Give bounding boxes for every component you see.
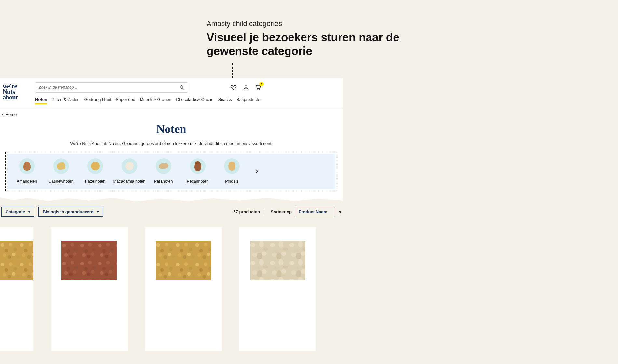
separator <box>265 209 265 214</box>
site-logo[interactable]: we're Nuts about <box>3 84 22 100</box>
sort-label: Sorteer op <box>271 209 292 214</box>
svg-point-4 <box>259 89 260 90</box>
sort-select-input[interactable]: Product Naam <box>299 209 332 214</box>
filter-organic-label: Biologisch geproduceerd <box>43 209 94 214</box>
product-count: 57 producten <box>233 209 260 214</box>
nav-item-bakproducten[interactable]: Bakproducten <box>236 97 262 104</box>
product-card[interactable] <box>51 228 128 351</box>
product-grid <box>0 228 316 351</box>
breadcrumb[interactable]: ‹ Home <box>0 108 343 121</box>
feature-eyebrow: Amasty child categories <box>207 20 434 28</box>
category-strip-highlight: Amandelen Cashewnoten Hazelnoten Macadam… <box>5 152 337 191</box>
search-row: 1 <box>35 82 337 93</box>
nav-item-noten[interactable]: Noten <box>35 97 47 104</box>
nav-item-muesli[interactable]: Muesli & Granen <box>140 97 171 104</box>
main-nav: Noten Pitten & Zaden Gedroogd fruit Supe… <box>35 97 337 108</box>
category-label: Paranoten <box>146 179 181 184</box>
chevron-down-icon: ▾ <box>97 210 99 214</box>
category-label: Pecannoten <box>181 179 215 184</box>
svg-point-3 <box>257 89 258 90</box>
nav-item-superfood[interactable]: Superfood <box>116 97 135 104</box>
svg-point-2 <box>245 85 247 87</box>
nav-item-gedroogd[interactable]: Gedroogd fruit <box>84 97 111 104</box>
app-header: we're Nuts about <box>0 78 343 108</box>
category-amandelen[interactable]: Amandelen <box>10 158 44 184</box>
header-main: 1 Noten Pitten & Zaden Gedroogd fruit Su… <box>35 82 337 108</box>
product-card[interactable] <box>239 228 316 351</box>
sort-direction-toggle[interactable]: ▾ <box>339 209 341 214</box>
chevron-right-icon: › <box>256 167 258 175</box>
feature-headline: Visueel je bezoekers sturen naar de gewe… <box>207 31 434 58</box>
page-subtitle: We're Nuts About it. Noten. Gebrand, ger… <box>0 141 343 146</box>
product-image <box>61 241 117 280</box>
category-macadamia[interactable]: Macadamia noten <box>112 158 146 184</box>
wishlist-icon[interactable] <box>230 84 237 91</box>
feature-heading: Amasty child categories Visueel je bezoe… <box>207 20 434 58</box>
breadcrumb-home[interactable]: Home <box>6 112 17 117</box>
search-box[interactable] <box>35 82 188 93</box>
category-next-button[interactable]: › <box>249 167 265 175</box>
svg-point-0 <box>180 86 183 89</box>
category-label: Pinda's <box>215 179 249 184</box>
category-pindas[interactable]: Pinda's <box>215 158 249 184</box>
category-icon <box>19 158 35 174</box>
cart-badge: 1 <box>259 82 264 86</box>
chevron-down-icon: ▾ <box>28 210 30 214</box>
category-cashewnoten[interactable]: Cashewnoten <box>44 158 78 184</box>
category-paranoten[interactable]: Paranoten <box>146 158 181 184</box>
category-pecannoten[interactable]: Pecannoten <box>181 158 215 184</box>
search-input[interactable] <box>39 85 179 90</box>
category-label: Hazelnoten <box>78 179 112 184</box>
nav-item-snacks[interactable]: Snacks <box>218 97 232 104</box>
category-icon <box>190 158 206 174</box>
filter-category-label: Categorie <box>6 209 25 214</box>
account-icon[interactable] <box>243 84 249 91</box>
product-image <box>0 241 33 280</box>
logo-line-3: about <box>3 95 22 100</box>
category-hazelnoten[interactable]: Hazelnoten <box>78 158 112 184</box>
product-image <box>156 241 211 280</box>
nav-item-pitten[interactable]: Pitten & Zaden <box>52 97 80 104</box>
filter-organic-button[interactable]: Biologisch geproduceerd ▾ <box>38 207 103 217</box>
category-icon <box>156 158 171 174</box>
product-image <box>250 241 305 280</box>
filter-bar: Categorie ▾ Biologisch geproduceerd ▾ 57… <box>0 207 343 217</box>
sort-select[interactable]: Product Naam <box>296 207 335 216</box>
app-window: we're Nuts about <box>0 78 343 197</box>
svg-line-1 <box>183 88 184 89</box>
category-label: Cashewnoten <box>44 179 78 184</box>
category-icon <box>53 158 69 174</box>
product-card[interactable] <box>145 228 222 351</box>
header-icons: 1 <box>230 84 262 91</box>
page-title: Noten <box>0 122 343 136</box>
category-icon <box>87 158 103 174</box>
cart-icon[interactable]: 1 <box>255 84 262 91</box>
category-label: Macadamia noten <box>112 179 146 184</box>
category-icon <box>224 158 240 174</box>
search-icon[interactable] <box>179 85 184 90</box>
product-card[interactable] <box>0 228 33 351</box>
nav-item-chocolade[interactable]: Chocolade & Cacao <box>176 97 214 104</box>
chevron-down-icon: ▾ <box>339 209 341 214</box>
chevron-left-icon: ‹ <box>2 112 4 117</box>
filter-category-button[interactable]: Categorie ▾ <box>1 207 34 217</box>
category-icon <box>122 158 137 174</box>
category-strip: Amandelen Cashewnoten Hazelnoten Macadam… <box>7 154 335 189</box>
category-label: Amandelen <box>10 179 44 184</box>
